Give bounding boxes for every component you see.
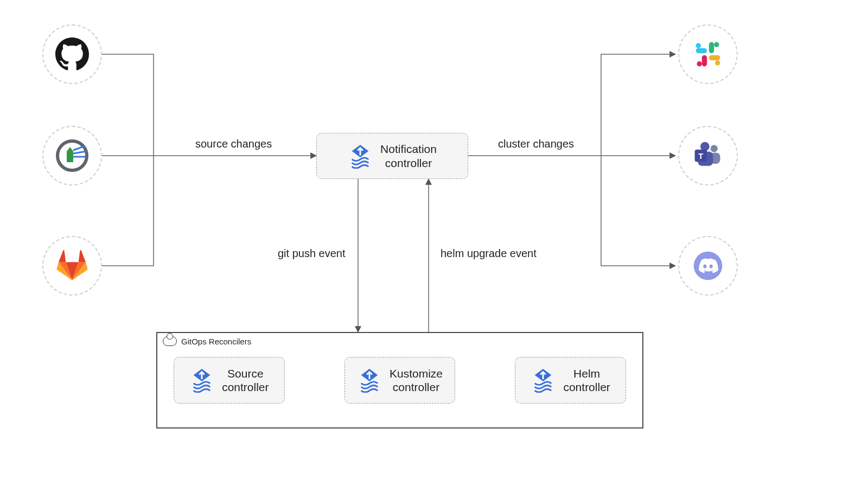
- harbor-icon: [55, 138, 90, 173]
- container-title-band: GitOps Reconcilers: [157, 333, 642, 349]
- flux-icon: [348, 144, 373, 169]
- target-teams: T: [678, 126, 738, 186]
- svg-rect-6: [702, 55, 707, 67]
- gitlab-icon: [56, 250, 88, 282]
- svg-point-8: [714, 42, 719, 47]
- svg-rect-4: [709, 42, 714, 54]
- edge-label-cluster-changes: cluster changes: [498, 138, 574, 150]
- slack-icon: [693, 39, 723, 69]
- svg-rect-5: [709, 55, 720, 60]
- svg-point-10: [697, 61, 701, 66]
- flux-icon: [189, 368, 214, 393]
- svg-rect-7: [696, 48, 707, 53]
- flux-icon: [357, 368, 382, 393]
- discord-icon: [692, 250, 724, 282]
- cloud-icon: [163, 336, 177, 346]
- diagram-canvas: T Notification controller source changes…: [0, 0, 868, 486]
- source-gitlab: [42, 236, 102, 296]
- svg-point-9: [715, 60, 720, 65]
- kustomize-controller-label: Kustomize controller: [390, 367, 443, 394]
- helm-controller-node: Helm controller: [515, 357, 626, 404]
- edge-label-source-changes: source changes: [195, 138, 272, 150]
- target-slack: [678, 24, 738, 84]
- kustomize-controller-node: Kustomize controller: [344, 357, 456, 404]
- source-controller-node: Source controller: [174, 357, 285, 404]
- notification-controller-label: Notification controller: [380, 142, 437, 169]
- flux-icon: [531, 368, 556, 393]
- source-controller-label: Source controller: [222, 367, 269, 394]
- github-icon: [55, 37, 89, 71]
- svg-point-12: [711, 145, 718, 152]
- target-discord: [678, 236, 738, 296]
- source-github: [42, 24, 102, 84]
- teams-icon: T: [692, 139, 724, 172]
- container-title: GitOps Reconcilers: [181, 337, 251, 346]
- svg-point-11: [696, 43, 701, 48]
- edge-label-git-push: git push event: [278, 247, 346, 260]
- notification-controller-node: Notification controller: [316, 133, 468, 179]
- svg-line-2: [73, 151, 86, 154]
- helm-controller-label: Helm controller: [563, 367, 610, 394]
- source-harbor: [42, 126, 102, 186]
- svg-text:T: T: [698, 151, 703, 161]
- gitops-reconcilers-container: GitOps Reconcilers Source controller: [156, 332, 643, 429]
- edge-label-helm-upgrade: helm upgrade event: [441, 247, 537, 260]
